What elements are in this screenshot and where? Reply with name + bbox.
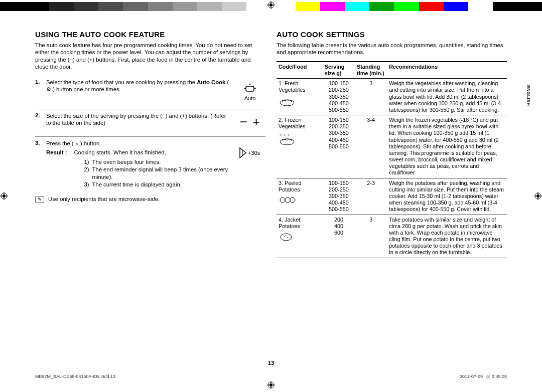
th-code-food: Code/Food	[277, 62, 323, 79]
registration-mark-icon	[267, 1, 275, 9]
step3-text: Press the ( ⬦ ) button.	[46, 140, 230, 147]
table-row: 1. Fresh Vegetables 100-150 200-250 300-…	[277, 79, 507, 115]
auto-cook-table: Code/Food Servingsize g) Standingtime (m…	[277, 61, 507, 258]
registration-mark-icon	[0, 192, 8, 200]
footer: ME87M_BAL-DE68-04150A-EN.indd 13 2012-07…	[35, 374, 507, 379]
peeled-potatoes-icon	[279, 195, 297, 205]
footer-datetime: 2012-07-09 ▯▯ 2:49:08	[460, 374, 507, 379]
standing-cell: 2-3	[355, 178, 387, 215]
step-text: Select the size of the serving by pressi…	[46, 112, 230, 127]
serving-cell: 200 400 600	[323, 215, 355, 258]
serving-cell: 100-150 200-250 300-350 400-450 500-550	[323, 79, 355, 115]
step1-pre: Select the type of food that you are coo…	[46, 79, 197, 85]
svg-point-25	[280, 139, 294, 145]
serving-cell: 100-150 200-250 300-350 400-450 500-550	[323, 115, 355, 178]
svg-point-29	[281, 234, 292, 241]
svg-text:＊＊＊: ＊＊＊	[279, 133, 291, 138]
step-number: 3.	[35, 140, 42, 146]
auto-label: Auto	[244, 95, 256, 101]
fresh-vegetables-icon	[279, 96, 296, 107]
rec-cell: Take potatoes with similar size and weig…	[387, 215, 507, 258]
svg-point-19	[249, 84, 250, 85]
rec-cell: Weigh the frozen vegetables (-18 °C) and…	[387, 115, 507, 178]
note: ✎ Use only recipients that are microwave…	[35, 196, 265, 203]
sub-text: The current time is displayed again.	[92, 181, 181, 188]
standing-cell: 3	[355, 79, 387, 115]
table-row: 2. Frozen Vegetables ＊＊＊ 100-150 200-250…	[277, 115, 507, 178]
step-2: 2. Select the size of the serving by pre…	[35, 109, 265, 137]
food-cell: 1. Fresh Vegetables	[277, 79, 323, 115]
food-name: 3. Peeled Potatoes	[279, 180, 321, 193]
table-row: 3. Peeled Potatoes 100-150 200-250 300-3…	[277, 178, 507, 215]
step1-bold: Auto Cook	[197, 79, 225, 85]
registration-mark-icon	[267, 381, 275, 389]
food-name: 4. Jacket Potatoes	[279, 217, 321, 230]
svg-point-28	[290, 198, 295, 203]
svg-point-30	[284, 236, 285, 237]
jacket-potato-icon	[279, 232, 294, 242]
note-icon: ✎	[35, 196, 44, 203]
footer-filename: ME87M_BAL-DE68-04150A-EN.indd 13	[35, 374, 115, 379]
step-1: 1. Select the type of food that you are …	[35, 76, 265, 109]
standing-cell: 3	[355, 215, 387, 258]
result-label: Result :	[46, 149, 67, 188]
step-text: Select the type of food that you are coo…	[46, 79, 230, 93]
th-recommendations: Recommendations	[387, 62, 507, 79]
plus-icon: +	[252, 114, 260, 130]
minus-plus-icon: − +	[234, 112, 265, 132]
auto-cook-icon: Auto	[234, 79, 265, 105]
section-title: USING THE AUTO COOK FEATURE	[35, 30, 265, 39]
sub-num: 3)	[84, 181, 89, 188]
language-tab: ENGLISH	[526, 85, 531, 106]
food-cell: 2. Frozen Vegetables ＊＊＊	[277, 115, 323, 178]
sub-text: The oven beeps four times.	[92, 158, 161, 165]
rec-cell: Weigh the potatoes after peeling, washin…	[387, 178, 507, 215]
svg-marker-20	[240, 148, 246, 158]
svg-point-23	[280, 100, 294, 106]
food-name: 1. Fresh Vegetables	[279, 80, 321, 93]
th-standing: Standingtime (min.)	[355, 62, 387, 79]
step-text: Press the ( ⬦ ) button. Result : Cooking…	[46, 140, 230, 189]
svg-point-31	[287, 237, 288, 238]
food-cell: 3. Peeled Potatoes	[277, 178, 323, 215]
table-header-row: Code/Food Servingsize g) Standingtime (m…	[277, 62, 507, 79]
rec-cell: Weigh the vegetables after washing, clea…	[387, 79, 507, 115]
th-serving: Servingsize g)	[323, 62, 355, 79]
page-content: USING THE AUTO COOK FEATURE The auto coo…	[35, 30, 507, 361]
food-cell: 4. Jacket Potatoes	[277, 215, 323, 258]
serving-cell: 100-150 200-250 300-350 400-450 500-550	[323, 178, 355, 215]
intro-paragraph: The following table presents the various…	[277, 42, 507, 56]
step-3: 3. Press the ( ⬦ ) button. Result : Cook…	[35, 137, 265, 193]
registration-mark-icon	[534, 192, 542, 200]
standing-cell: 3-4	[355, 115, 387, 178]
page-number: 13	[268, 360, 274, 366]
frozen-vegetables-icon: ＊＊＊	[279, 132, 296, 146]
sub-text: The end reminder signal will beep 3 time…	[92, 166, 230, 180]
sub-num: 1)	[84, 158, 89, 165]
intro-paragraph: The auto cook feature has four pre-progr…	[35, 42, 265, 71]
right-column: AUTO COOK SETTINGS The following table p…	[277, 30, 507, 361]
svg-point-27	[285, 198, 290, 203]
note-text: Use only recipients that are microwave-s…	[48, 196, 160, 202]
step-number: 2.	[35, 112, 42, 118]
svg-point-32	[286, 235, 287, 236]
result-text: Cooking starts. When it has finished,	[74, 149, 230, 156]
section-title: AUTO COOK SETTINGS	[277, 30, 507, 39]
table-row: 4. Jacket Potatoes 200 400 600 3 Take po…	[277, 215, 507, 258]
left-column: USING THE AUTO COOK FEATURE The auto coo…	[35, 30, 265, 361]
minus-icon: −	[240, 114, 247, 130]
svg-rect-16	[246, 86, 254, 91]
svg-text:+30s: +30s	[248, 150, 260, 156]
start-30s-icon: +30s	[234, 140, 265, 166]
sub-num: 2)	[84, 166, 89, 180]
step-number: 1.	[35, 79, 42, 85]
food-name: 2. Frozen Vegetables	[279, 117, 321, 130]
svg-point-26	[280, 198, 285, 203]
